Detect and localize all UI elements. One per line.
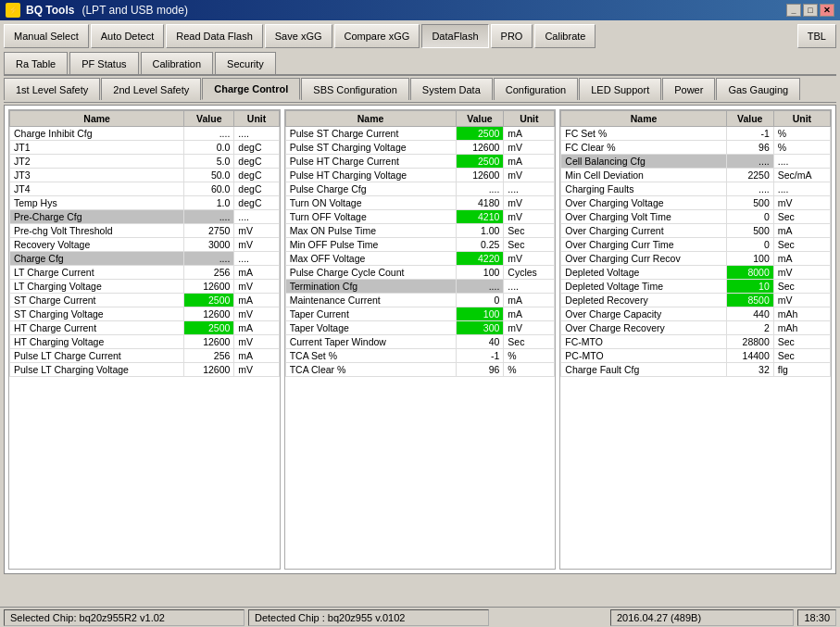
row-value[interactable]: 8000 [726, 266, 773, 280]
row-value[interactable]: 100 [726, 252, 773, 266]
table-row: Turn ON Voltage4180mV [285, 196, 555, 210]
row-value[interactable]: 50.0 [184, 169, 234, 182]
configuration-tab[interactable]: Configuration [494, 78, 578, 100]
row-value[interactable]: 12600 [456, 141, 504, 155]
app-subtitle: (LPT and USB mode) [81, 4, 188, 17]
row-value[interactable]: 440 [726, 307, 773, 321]
row-value[interactable]: 0.25 [456, 238, 504, 252]
calibrate-button[interactable]: Calibrate [534, 24, 596, 48]
row-value[interactable]: 4210 [456, 210, 504, 224]
compare-xgg-button[interactable]: Compare xGG [334, 24, 420, 48]
row-value[interactable]: 4180 [456, 196, 504, 210]
row-value[interactable]: 256 [184, 266, 234, 280]
dataflash-button[interactable]: DataFlash [421, 24, 488, 48]
row-value[interactable]: 2500 [184, 321, 234, 335]
row-value[interactable]: 100 [456, 307, 504, 321]
row-value[interactable]: 2500 [456, 127, 504, 141]
row-unit: mV [504, 196, 555, 210]
manual-select-button[interactable]: Manual Select [4, 24, 89, 48]
row-unit: Sec/mA [773, 169, 830, 182]
maximize-button[interactable]: □ [803, 4, 818, 17]
row-value[interactable]: 2 [726, 321, 773, 335]
ra-table-tab[interactable]: Ra Table [4, 52, 68, 74]
row-value[interactable]: 12600 [184, 280, 234, 294]
system-data-tab[interactable]: System Data [410, 78, 493, 100]
row-value[interactable]: .... [184, 252, 234, 266]
led-support-tab[interactable]: LED Support [579, 78, 661, 100]
row-value[interactable]: 2750 [184, 224, 234, 238]
row-value[interactable]: 0 [456, 294, 504, 307]
row-value[interactable]: 12600 [184, 307, 234, 321]
row-value[interactable]: 12600 [184, 363, 234, 377]
calibration-tab[interactable]: Calibration [141, 52, 214, 74]
row-value[interactable]: .... [456, 280, 504, 294]
row-name: Pulse ST Charge Current [285, 127, 456, 141]
row-value[interactable]: 14400 [726, 349, 773, 363]
row-value[interactable]: 3000 [184, 238, 234, 252]
row-value[interactable]: .... [184, 127, 234, 141]
row-unit: .... [773, 155, 830, 169]
gas-gauging-tab[interactable]: Gas Gauging [716, 78, 800, 100]
auto-detect-button[interactable]: Auto Detect [91, 24, 164, 48]
pro-button[interactable]: PRO [491, 24, 533, 48]
row-value[interactable]: 2250 [726, 169, 773, 182]
row-value[interactable]: 96 [726, 141, 773, 155]
charge-control-tab[interactable]: Charge Control [202, 78, 300, 100]
table-row: Depleted Voltage8000mV [561, 266, 831, 280]
sbs-configuration-tab[interactable]: SBS Configuration [301, 78, 409, 100]
2nd-level-safety-tab[interactable]: 2nd Level Safety [101, 78, 201, 100]
row-value[interactable]: .... [184, 210, 234, 224]
row-unit: mA [234, 294, 279, 307]
row-value[interactable]: 256 [184, 349, 234, 363]
pf-status-tab[interactable]: PF Status [69, 52, 138, 74]
table-row: Over Charging Curr Recov100mA [561, 252, 831, 266]
read-data-flash-button[interactable]: Read Data Flash [166, 24, 263, 48]
row-name: Cell Balancing Cfg [561, 155, 726, 169]
row-value[interactable]: .... [726, 182, 773, 196]
row-value[interactable]: 32 [726, 363, 773, 377]
row-value[interactable]: -1 [456, 349, 504, 363]
row-value[interactable]: 2500 [184, 294, 234, 307]
row-value[interactable]: 300 [456, 321, 504, 335]
row-value[interactable]: 0.0 [184, 141, 234, 155]
table-row: Pulse ST Charge Current2500mA [285, 127, 555, 141]
row-value[interactable]: 4220 [456, 252, 504, 266]
row-value[interactable]: .... [456, 182, 504, 196]
row-value[interactable]: 2500 [456, 155, 504, 169]
row-value[interactable]: 5.0 [184, 155, 234, 169]
table-row: JT10.0degC [10, 141, 280, 155]
row-name: Min OFF Pulse Time [285, 238, 456, 252]
row-value[interactable]: .... [726, 155, 773, 169]
row-value[interactable]: 1.00 [456, 224, 504, 238]
row-value[interactable]: 1.0 [184, 196, 234, 210]
row-unit: degC [234, 182, 279, 196]
close-button[interactable]: ✕ [820, 4, 834, 17]
row-unit: mV [504, 141, 555, 155]
row-value[interactable]: 40 [456, 335, 504, 349]
save-xgg-button[interactable]: Save xGG [265, 24, 332, 48]
security-tab[interactable]: Security [215, 52, 276, 74]
row-value[interactable]: 96 [456, 363, 504, 377]
table-row: Cell Balancing Cfg........ [561, 155, 831, 169]
power-tab[interactable]: Power [662, 78, 715, 100]
row-unit: mA [773, 252, 830, 266]
row-value[interactable]: 500 [726, 196, 773, 210]
1st-level-safety-tab[interactable]: 1st Level Safety [4, 78, 100, 100]
row-value[interactable]: 60.0 [184, 182, 234, 196]
table-row: Depleted Recovery8500mV [561, 294, 831, 307]
row-value[interactable]: 10 [726, 280, 773, 294]
minimize-button[interactable]: _ [786, 4, 801, 17]
row-name: HT Charge Current [10, 321, 184, 335]
row-value[interactable]: 12600 [184, 335, 234, 349]
row-name: Over Charging Voltage [561, 196, 726, 210]
row-value[interactable]: -1 [726, 127, 773, 141]
row-value[interactable]: 12600 [456, 169, 504, 182]
row-value[interactable]: 0 [726, 210, 773, 224]
row-value[interactable]: 500 [726, 224, 773, 238]
row-value[interactable]: 100 [456, 266, 504, 280]
row-value[interactable]: 8500 [726, 294, 773, 307]
table-row: Taper Voltage300mV [285, 321, 555, 335]
tbl-button[interactable]: TBL [797, 24, 836, 48]
row-value[interactable]: 28800 [726, 335, 773, 349]
row-value[interactable]: 0 [726, 238, 773, 252]
